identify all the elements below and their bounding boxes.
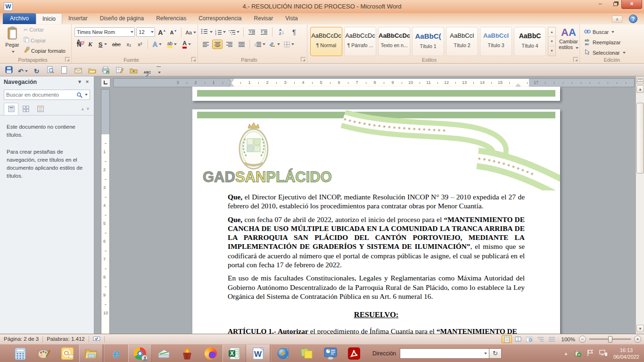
print-layout-view-button[interactable] [502, 335, 512, 343]
paragraph-dialog-launcher-icon[interactable] [301, 57, 305, 62]
search-options-icon[interactable] [85, 94, 88, 96]
text-effects-button[interactable]: A [151, 40, 163, 49]
h-ruler[interactable]: 12312345678910111213141517 [113, 78, 635, 87]
qat-more-icon[interactable] [156, 66, 162, 76]
taskbar-calculator[interactable] [8, 345, 32, 362]
align-left-button[interactable] [200, 40, 211, 49]
style-normal[interactable]: AaBbCcDc¶ Normal [310, 27, 342, 56]
zoom-out-button[interactable]: − [579, 336, 586, 343]
subscript-button[interactable]: x₂ [124, 40, 133, 49]
taskbar-sticky-notes[interactable] [295, 345, 319, 362]
undo-button[interactable]: ↶ [17, 66, 28, 76]
clipboard-dialog-launcher-icon[interactable] [65, 57, 70, 62]
taskbar-clock[interactable]: 16:13 06/04/2022 [613, 347, 639, 361]
bold-button[interactable]: N [74, 40, 84, 49]
taskbar-acrobat[interactable] [342, 345, 366, 362]
taskbar-internet-explorer[interactable]: e [105, 345, 128, 362]
navigation-search-input[interactable]: Buscar en documento [4, 90, 90, 100]
nav-tab-pages[interactable] [18, 103, 33, 115]
tray-expand-icon[interactable]: ▲ [564, 351, 568, 356]
close-button[interactable]: × [621, 0, 642, 9]
styles-scroll-up-icon[interactable]: ▲ [548, 27, 555, 37]
tab-referencias[interactable]: Referencias [150, 13, 192, 24]
cut-button[interactable]: ✂ Cortar [24, 27, 44, 33]
show-marks-button[interactable]: ¶ [289, 27, 299, 37]
fullscreen-reading-view-button[interactable] [513, 335, 523, 343]
italic-button[interactable]: K [85, 40, 95, 49]
folder-settings-button[interactable]: ✶ [128, 66, 139, 76]
highlight-button[interactable]: ab [165, 40, 179, 49]
taskbar-paint[interactable] [32, 345, 56, 362]
numbering-button[interactable]: 123 [214, 27, 226, 37]
zoom-slider-thumb[interactable] [608, 336, 612, 343]
next-heading-icon[interactable]: ▼ [86, 107, 90, 111]
line-spacing-button[interactable]: ↕ [253, 40, 266, 49]
change-case-button[interactable]: Aa [185, 28, 197, 37]
tab-diseno[interactable]: Diseño de página [94, 13, 150, 24]
underline-button[interactable]: S [97, 40, 109, 49]
tab-archivo[interactable]: Archivo [3, 13, 36, 24]
font-color-button[interactable]: A [181, 40, 193, 49]
minimize-button[interactable]: – [593, 0, 607, 9]
styles-dialog-launcher-icon[interactable] [573, 57, 578, 62]
shrink-font-button[interactable]: A▼ [169, 28, 178, 37]
first-line-indent-marker[interactable] [229, 79, 234, 82]
align-right-button[interactable] [224, 40, 235, 49]
justify-button[interactable] [236, 40, 247, 49]
zoom-level[interactable]: 100% [558, 337, 579, 342]
taskbar-chrome[interactable] [128, 345, 152, 362]
style-titulo1[interactable]: AaBbC(Título 1 [412, 27, 444, 56]
style-titulo2[interactable]: AaBbCcITítulo 2 [446, 27, 478, 56]
save-button[interactable] [3, 65, 15, 75]
nav-tab-headings[interactable] [4, 103, 18, 115]
v-ruler[interactable]: 12345678910 [101, 89, 110, 334]
borders-button[interactable] [282, 40, 296, 49]
tab-inicio[interactable]: Inicio [36, 13, 62, 24]
font-dialog-launcher-icon[interactable] [191, 57, 196, 62]
outline-view-button[interactable] [536, 335, 546, 343]
copy-button[interactable]: Copiar [24, 37, 46, 43]
styles-scroll-down-icon[interactable]: ▼ [548, 37, 555, 46]
grow-font-button[interactable]: A▲ [157, 28, 167, 37]
superscript-button[interactable]: x² [135, 40, 145, 49]
tab-insertar[interactable]: Insertar [62, 13, 94, 24]
taskbar-explorer[interactable] [79, 345, 103, 362]
restore-button[interactable] [608, 0, 622, 9]
tab-vista[interactable]: Vista [279, 13, 304, 24]
increase-indent-button[interactable] [259, 27, 269, 37]
zoom-in-button[interactable]: + [634, 336, 641, 343]
navigation-close-icon[interactable]: × [83, 79, 91, 84]
taskbar-outlook[interactable]: O [56, 345, 79, 362]
draft-view-button[interactable] [547, 335, 557, 343]
action-center-flag-icon[interactable] [587, 349, 594, 358]
taskbar-system-app[interactable] [319, 345, 342, 362]
taskbar-scanner[interactable] [152, 345, 175, 362]
address-go-icon[interactable]: ↻ [489, 348, 502, 359]
tab-revisar[interactable]: Revisar [248, 13, 280, 24]
document-body-text[interactable]: Que, el Director Ejecutivo del INCOP, me… [228, 192, 525, 334]
tab-selector-button[interactable] [101, 78, 110, 87]
bullets-button[interactable] [200, 27, 213, 37]
word-count[interactable]: Palabras: 1.412 [43, 334, 89, 344]
zoom-slider[interactable] [589, 338, 631, 340]
font-size-combo[interactable]: 12 [136, 27, 155, 37]
style-parrafo[interactable]: AaBbCcDc¶ Párrafo ... [344, 27, 376, 56]
web-layout-view-button[interactable] [524, 335, 535, 343]
style-titulo4[interactable]: AaBbCTítulo 4 [514, 27, 546, 56]
edit-button[interactable] [114, 65, 125, 75]
proofing-status-icon[interactable] [89, 334, 104, 344]
help-icon[interactable]: ? [629, 15, 637, 23]
style-texto[interactable]: AaBbCcDcTexto en n... [378, 27, 410, 56]
taskbar-firefox[interactable] [199, 345, 223, 362]
strikethrough-button[interactable]: abe [110, 40, 123, 49]
font-name-combo[interactable]: Times New Rom [74, 27, 135, 37]
select-button[interactable]: Seleccionar [580, 48, 644, 58]
previous-heading-icon[interactable]: ▲ [81, 107, 85, 111]
shading-button[interactable] [268, 40, 281, 49]
change-styles-button[interactable]: AA Cambiarestilos [558, 26, 579, 58]
nav-tab-results[interactable] [33, 103, 48, 115]
scroll-down-icon[interactable]: ▼ [636, 325, 644, 332]
sort-button[interactable]: AZ↓ [275, 27, 288, 37]
paste-button[interactable]: Pegar [2, 26, 22, 60]
open-button[interactable] [86, 66, 98, 76]
